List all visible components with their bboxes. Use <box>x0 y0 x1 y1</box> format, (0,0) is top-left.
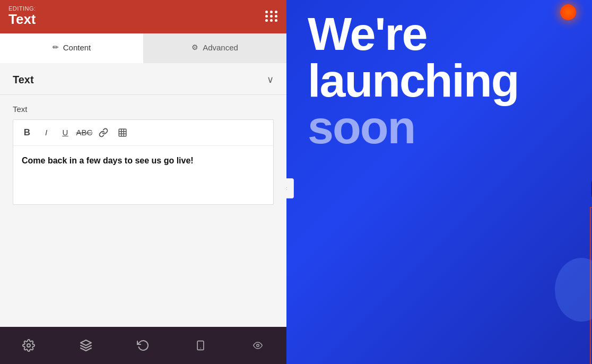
panel-content: Text ∨ Text B I U ABC <box>0 63 286 327</box>
svg-point-9 <box>257 344 259 347</box>
tab-advanced-label: Advanced <box>203 43 238 52</box>
field-label: Text <box>13 105 28 114</box>
panel-header: EDITING: Text <box>0 0 286 33</box>
decorative-circle <box>555 258 592 322</box>
panel-header-left: EDITING: Text <box>8 5 36 27</box>
right-panel: ‹ We're launching soon B I U ABC <box>286 0 592 364</box>
left-panel: EDITING: Text ✏ Content ⚙ Advanced Text … <box>0 0 286 364</box>
headline-line2: launching <box>308 54 519 107</box>
sliders-icon: ⚙ <box>191 43 198 51</box>
settings-icon[interactable] <box>18 335 39 356</box>
bold-button[interactable]: B <box>19 124 36 141</box>
editing-title: Text <box>8 12 36 27</box>
svg-rect-0 <box>119 129 126 136</box>
link-button[interactable] <box>95 124 112 141</box>
more-options-icon[interactable] <box>265 11 278 22</box>
collapse-panel-button[interactable]: ‹ <box>286 178 294 198</box>
chevron-down-icon[interactable]: ∨ <box>267 74 274 85</box>
strikethrough-button[interactable]: ABC <box>76 124 93 141</box>
editor-body[interactable]: Come back in a few days to see us go liv… <box>13 146 273 204</box>
rich-text-editor: B I U ABC <box>13 119 274 205</box>
tab-content[interactable]: ✏ Content <box>0 33 143 63</box>
section-header: Text ∨ <box>0 63 286 95</box>
tabs-row: ✏ Content ⚙ Advanced <box>0 33 286 63</box>
svg-point-5 <box>27 344 30 347</box>
layers-icon[interactable] <box>75 335 97 356</box>
headline-text: We're launching soon <box>308 11 571 151</box>
italic-button[interactable]: I <box>38 124 55 141</box>
bottom-bar <box>0 327 286 364</box>
mobile-icon[interactable] <box>190 335 211 356</box>
underline-button[interactable]: U <box>57 124 74 141</box>
tab-content-label: Content <box>63 43 91 52</box>
panel-header-right[interactable] <box>265 11 278 22</box>
preview-headline: We're launching soon <box>286 0 592 151</box>
field-label-row: Text <box>0 95 286 119</box>
preview-icon[interactable] <box>247 335 268 356</box>
section-title: Text <box>13 74 34 86</box>
tab-advanced[interactable]: ⚙ Advanced <box>143 33 286 63</box>
history-icon[interactable] <box>133 335 154 356</box>
table-button[interactable] <box>114 124 131 141</box>
headline-line1: We're <box>308 7 427 60</box>
svg-marker-6 <box>81 340 91 345</box>
editor-toolbar: B I U ABC <box>13 120 273 146</box>
pencil-icon: ✏ <box>53 43 59 51</box>
headline-line3: soon <box>308 101 415 153</box>
